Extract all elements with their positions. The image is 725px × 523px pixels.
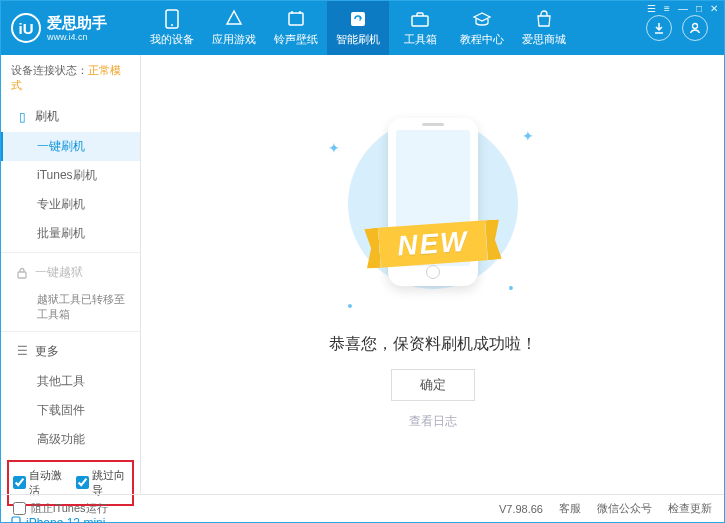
support-link[interactable]: 客服 (559, 501, 581, 516)
nav-store[interactable]: 爱思商城 (513, 1, 575, 55)
section-jailbreak: 一键越狱 越狱工具已转移至工具箱 (1, 257, 140, 327)
connection-status: 设备连接状态：正常模式 (1, 55, 140, 101)
sidebar-item-advanced[interactable]: 高级功能 (1, 425, 140, 454)
sparkle-icon: ✦ (522, 128, 534, 144)
new-ribbon: NEW (378, 220, 488, 267)
logo-icon: iU (11, 13, 41, 43)
nav-my-device[interactable]: 我的设备 (141, 1, 203, 55)
header: iU 爱思助手 www.i4.cn 我的设备 应用游戏 铃声壁纸 智能刷机 (1, 1, 724, 55)
maximize-button[interactable]: □ (696, 3, 702, 14)
sidebar-item-other[interactable]: 其他工具 (1, 367, 140, 396)
section-flash-head[interactable]: ▯ 刷机 (1, 101, 140, 132)
svg-rect-2 (289, 13, 303, 25)
footer: 阻止iTunes运行 V7.98.66 客服 微信公众号 检查更新 (1, 494, 724, 522)
brand-title: 爱思助手 (47, 14, 107, 32)
svg-point-5 (693, 24, 698, 29)
device-icon (162, 9, 182, 29)
body: 设备连接状态：正常模式 ▯ 刷机 一键刷机 iTunes刷机 专业刷机 批量刷机… (1, 55, 724, 494)
confirm-button[interactable]: 确定 (391, 369, 475, 401)
phone-icon: ▯ (15, 110, 29, 124)
sidebar-item-pro[interactable]: 专业刷机 (1, 190, 140, 219)
sidebar-item-batch[interactable]: 批量刷机 (1, 219, 140, 248)
app-window: iU 爱思助手 www.i4.cn 我的设备 应用游戏 铃声壁纸 智能刷机 (0, 0, 725, 523)
flash-icon (348, 9, 368, 29)
sparkle-icon: ✦ (328, 140, 340, 156)
svg-rect-4 (412, 16, 428, 26)
more-icon: ☰ (15, 344, 29, 358)
success-illustration: NEW ✦ ✦ • • (318, 120, 548, 320)
section-more: ☰ 更多 其他工具 下载固件 高级功能 (1, 336, 140, 454)
nav-apps[interactable]: 应用游戏 (203, 1, 265, 55)
top-nav: 我的设备 应用游戏 铃声壁纸 智能刷机 工具箱 教程中心 (141, 1, 646, 55)
version-label: V7.98.66 (499, 503, 543, 515)
svg-rect-6 (18, 272, 26, 278)
view-log-link[interactable]: 查看日志 (409, 413, 457, 430)
nav-tutorial[interactable]: 教程中心 (451, 1, 513, 55)
section-jailbreak-head[interactable]: 一键越狱 (1, 257, 140, 288)
nav-toolbox[interactable]: 工具箱 (389, 1, 451, 55)
nav-ringtone[interactable]: 铃声壁纸 (265, 1, 327, 55)
lock-icon (15, 267, 29, 279)
sidebar-item-itunes[interactable]: iTunes刷机 (1, 161, 140, 190)
store-icon (534, 9, 554, 29)
ringtone-icon (286, 9, 306, 29)
settings-icon[interactable]: ≡ (664, 3, 670, 14)
window-controls: ☰ ≡ — □ ✕ (647, 3, 718, 14)
svg-point-1 (171, 24, 173, 26)
sidebar: 设备连接状态：正常模式 ▯ 刷机 一键刷机 iTunes刷机 专业刷机 批量刷机… (1, 55, 141, 494)
brand-subtitle: www.i4.cn (47, 32, 107, 43)
skin-button[interactable]: ☰ (647, 3, 656, 14)
download-button[interactable] (646, 15, 672, 41)
toolbox-icon (410, 9, 430, 29)
nav-flash[interactable]: 智能刷机 (327, 1, 389, 55)
sparkle-icon: • (509, 280, 514, 296)
user-button[interactable] (682, 15, 708, 41)
update-link[interactable]: 检查更新 (668, 501, 712, 516)
apps-icon (224, 9, 244, 29)
main-content: NEW ✦ ✦ • • 恭喜您，保资料刷机成功啦！ 确定 查看日志 (141, 55, 724, 494)
tutorial-icon (472, 9, 492, 29)
section-more-head[interactable]: ☰ 更多 (1, 336, 140, 367)
minimize-button[interactable]: — (678, 3, 688, 14)
close-button[interactable]: ✕ (710, 3, 718, 14)
jailbreak-note: 越狱工具已转移至工具箱 (1, 288, 140, 327)
success-message: 恭喜您，保资料刷机成功啦！ (329, 334, 537, 355)
wechat-link[interactable]: 微信公众号 (597, 501, 652, 516)
svg-rect-3 (351, 12, 365, 26)
sidebar-item-firmware[interactable]: 下载固件 (1, 396, 140, 425)
brand: iU 爱思助手 www.i4.cn (1, 1, 141, 55)
sidebar-item-oneclick[interactable]: 一键刷机 (1, 132, 140, 161)
sparkle-icon: • (348, 298, 353, 314)
section-flash: ▯ 刷机 一键刷机 iTunes刷机 专业刷机 批量刷机 (1, 101, 140, 248)
block-itunes-checkbox[interactable]: 阻止iTunes运行 (13, 501, 108, 516)
